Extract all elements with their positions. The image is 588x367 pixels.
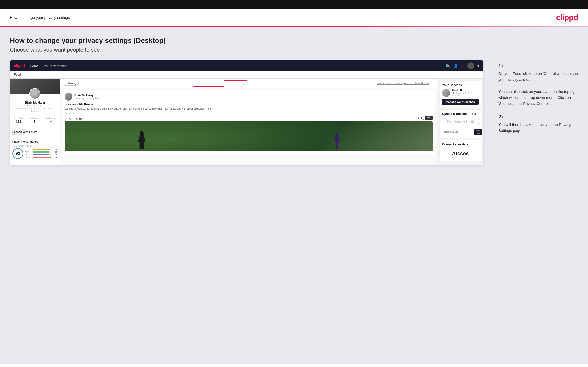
stat-followers: Followers 3 <box>30 117 39 124</box>
instruction-2-text: You will then be taken directly to the P… <box>498 122 578 134</box>
post-header: Blair McHarg Yesterday · Sunningdale <box>65 93 433 101</box>
mockup-body: Blair McHarg Plus Handicap Royal North D… <box>10 79 483 165</box>
bar-arg: ARG 86 <box>25 154 57 156</box>
arccos-brand: Arccos <box>442 148 479 159</box>
trackman-input[interactable] <box>442 129 473 135</box>
stat-following: Following 4 <box>46 117 56 124</box>
page-heading: How to change your privacy settings (Des… <box>10 37 578 45</box>
feed-panel: Following Control who can see your activ… <box>60 79 437 165</box>
top-bar <box>0 0 588 9</box>
page-subheading: Choose what you want people to see <box>10 47 578 53</box>
connect-widget: Connect your data Arccos <box>439 140 481 161</box>
profile-panel: Blair McHarg Plus Handicap Royal North D… <box>10 79 60 165</box>
trackman-placeholder: Trackman Link <box>442 117 479 127</box>
manage-coaches-button[interactable]: Manage Your Coaches <box>442 99 479 105</box>
widgets-panel: Your Coaches David Ford 📍 Royal North De… <box>437 79 483 165</box>
add-icon[interactable]: ⊕ <box>461 64 464 68</box>
bar-app: APP 85 <box>25 151 57 153</box>
post-image <box>65 121 433 151</box>
feed-header: Following Control who can see your activ… <box>60 79 437 88</box>
circle-score: 92 <box>12 148 23 159</box>
mockup-screenshot: clippd Home My Performance 🔍 👤 ⊕ ▾ Feed <box>10 60 483 165</box>
post-badges: OTT APP <box>416 116 433 120</box>
connect-widget-title: Connect your data <box>442 143 479 146</box>
coach-info: David Ford 📍 Royal North Devon Golf Club <box>452 89 479 97</box>
coach-name: David Ford <box>452 89 479 92</box>
feed-post: Blair McHarg Yesterday · Sunningdale Les… <box>62 90 435 154</box>
post-footer: 01 hr : 30 min OTT APP <box>65 116 433 121</box>
search-icon[interactable]: 🔍 <box>445 64 450 68</box>
post-author-info: Blair McHarg Yesterday · Sunningdale <box>74 94 99 100</box>
arrow-right-icon: → <box>430 81 434 85</box>
coach-club: 📍 Royal North Devon Golf Club <box>452 92 479 97</box>
post-description: Looking to feel like my hands are exitin… <box>65 107 433 111</box>
trackman-widget: Upload a Trackman Test Trackman Link Add… <box>439 109 481 138</box>
tab-bar: Feed <box>10 71 483 79</box>
coach-avatar <box>442 89 450 97</box>
profile-club: Royal North Devon Golf Club, United King… <box>12 107 58 112</box>
add-link-button[interactable]: Add Link <box>474 129 482 135</box>
instruction-2-number: 2) <box>498 114 578 120</box>
profile-badge: Plus Handicap <box>12 104 58 107</box>
mockup-navbar: clippd Home My Performance 🔍 👤 ⊕ ▾ <box>10 60 483 71</box>
nav-item-performance[interactable]: My Performance <box>44 64 67 68</box>
user-icon[interactable]: 👤 <box>453 64 458 68</box>
following-button[interactable]: Following <box>63 81 79 86</box>
profile-banner <box>10 79 60 94</box>
nav-icons: 🔍 👤 ⊕ ▾ <box>445 62 479 69</box>
header: How to change your privacy settings clip… <box>0 9 588 26</box>
logo: clippd <box>556 13 578 22</box>
performance-bars: OTT 90 APP 85 ARG <box>25 148 57 159</box>
post-author-avatar <box>65 93 72 101</box>
control-privacy-link[interactable]: Control who can see your activity and da… <box>377 82 429 85</box>
coaches-widget-title: Your Coaches <box>442 83 479 87</box>
trackman-widget-title: Upload a Trackman Test <box>442 112 479 116</box>
profile-avatar <box>29 88 40 99</box>
instruction-1-number: 1) <box>498 63 578 69</box>
coaches-widget: Your Coaches David Ford 📍 Royal North De… <box>439 81 481 107</box>
badge-app: APP <box>425 116 433 120</box>
bar-putt: PUTT 96 <box>25 156 57 158</box>
profile-info: Blair McHarg Plus Handicap Royal North D… <box>10 101 60 112</box>
main-content: How to change your privacy settings (Des… <box>0 27 588 364</box>
page-title: How to change your privacy settings <box>10 15 70 20</box>
mockup-logo: clippd <box>14 64 25 68</box>
stat-activities: Activities 131 <box>14 117 23 124</box>
footer: Copyright Clippd 2022 <box>0 364 588 367</box>
post-author-name: Blair McHarg <box>74 94 99 97</box>
instructions-panel: 1) On your Feed, click/tap on 'Control w… <box>493 60 578 144</box>
chevron-down-icon[interactable]: ▾ <box>477 64 479 68</box>
avatar[interactable] <box>467 62 474 69</box>
instruction-1-text: On your Feed, click/tap on 'Control who … <box>498 71 578 106</box>
profile-stats: Activities 131 Followers 3 Following 4 <box>10 115 60 126</box>
post-duration: 01 hr : 30 min <box>65 117 84 121</box>
post-duration-label: Duration <box>65 112 433 115</box>
latest-activity: Latest Activity Lesson with Fordy 03 Aug… <box>10 126 60 138</box>
post-title: Lesson with Fordy <box>65 103 433 106</box>
coach-row: David Ford 📍 Royal North Devon Golf Club <box>442 89 479 97</box>
feed-tab[interactable]: Feed <box>10 71 25 78</box>
player-performance: Player Performance Total Player Quality … <box>10 138 60 161</box>
instruction-2: 2) You will then be taken directly to th… <box>498 114 578 134</box>
instruction-1: 1) On your Feed, click/tap on 'Control w… <box>498 63 578 106</box>
content-columns: clippd Home My Performance 🔍 👤 ⊕ ▾ Feed <box>10 60 578 165</box>
nav-item-home[interactable]: Home <box>30 64 39 68</box>
badge-ott: OTT <box>416 116 424 120</box>
bar-ott: OTT 90 <box>25 148 57 150</box>
performance-row: 92 OTT 90 APP 85 <box>12 148 57 159</box>
profile-name: Blair McHarg <box>12 101 58 104</box>
trackman-input-row: Add Link <box>442 129 479 135</box>
post-date: Yesterday · Sunningdale <box>74 97 99 100</box>
